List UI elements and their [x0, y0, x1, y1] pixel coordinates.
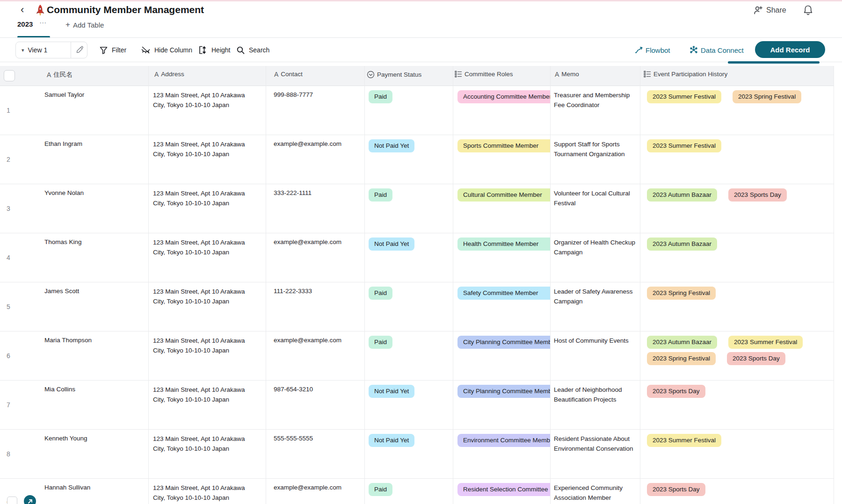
row-divider: [0, 429, 834, 430]
cell-name[interactable]: Hannah Sullivan: [44, 483, 143, 492]
cell-address[interactable]: 123 Main Street, Apt 10 Arakawa City, To…: [153, 287, 257, 306]
cell-payment-status[interactable]: Not Paid Yet: [369, 238, 414, 251]
cell-payment-status[interactable]: Paid: [369, 90, 392, 103]
row-divider: [0, 331, 834, 331]
column-header-text[interactable]: AMemo: [555, 71, 579, 78]
cell-payment-status[interactable]: Not Paid Yet: [369, 385, 414, 398]
cell-event-history[interactable]: 2023 Summer Festival2023 Spring Festival: [647, 90, 832, 103]
cell-payment-status[interactable]: Paid: [369, 483, 392, 496]
horizontal-scrollbar-thumb[interactable]: [728, 61, 820, 64]
grid-vertical-line: [148, 66, 149, 504]
column-header-text[interactable]: A住民名: [47, 71, 73, 79]
flowbot-button[interactable]: Flowbot: [635, 42, 670, 58]
cell-payment-status[interactable]: Paid: [369, 287, 392, 300]
cell-event-history[interactable]: 2023 Autumn Bazaar: [647, 238, 832, 251]
cell-committee-roles[interactable]: Health Committee Member: [457, 238, 550, 252]
data-connect-button[interactable]: Data Connect: [689, 42, 744, 58]
cell-address[interactable]: 123 Main Street, Apt 10 Arakawa City, To…: [153, 90, 257, 110]
cell-event-history[interactable]: 2023 Sports Day: [647, 385, 832, 398]
notifications-bell-icon[interactable]: [803, 5, 813, 16]
cell-name[interactable]: Thomas King: [44, 238, 143, 246]
cell-contact[interactable]: 555-555-5555: [274, 434, 313, 443]
cell-address[interactable]: 123 Main Street, Apt 10 Arakawa City, To…: [153, 188, 257, 208]
search-button[interactable]: Search: [236, 42, 269, 58]
row-height-button[interactable]: Height: [198, 42, 230, 58]
row-number: 6: [0, 331, 17, 380]
cell-committee-roles[interactable]: Safety Committee Member: [457, 287, 550, 302]
filter-button[interactable]: Filter: [99, 42, 126, 58]
cell-committee-roles[interactable]: City Planning Committee Member: [457, 385, 550, 400]
cell-address[interactable]: 123 Main Street, Apt 10 Arakawa City, To…: [153, 139, 257, 159]
cell-memo[interactable]: Volunteer for Local Cultural Festival: [554, 188, 636, 208]
event-tag: 2023 Spring Festival: [733, 90, 801, 103]
share-button[interactable]: Share: [753, 5, 786, 15]
cell-contact[interactable]: 333-222-1111: [274, 188, 312, 197]
cell-event-history[interactable]: 2023 Summer Festival: [647, 434, 832, 447]
tab-more-icon[interactable]: ⋯: [39, 19, 47, 27]
view-switcher[interactable]: ▾ View 1: [15, 42, 87, 58]
cell-contact[interactable]: example@example.com: [274, 238, 341, 246]
column-header-select[interactable]: Committee Roles: [455, 71, 513, 78]
cell-committee-roles[interactable]: Cultural Committee Member: [457, 188, 550, 203]
cell-committee-roles[interactable]: Sports Committee Member: [457, 139, 550, 154]
cell-name[interactable]: Yvonne Nolan: [44, 188, 143, 197]
cell-memo[interactable]: Support Staff for Sports Tournament Orga…: [554, 139, 636, 159]
cell-memo[interactable]: Leader of Safety Awareness Campaign: [554, 287, 636, 306]
column-header-text[interactable]: AContact: [274, 71, 303, 78]
cell-address[interactable]: 123 Main Street, Apt 10 Arakawa City, To…: [153, 238, 257, 257]
cell-committee-roles[interactable]: Environment Committee Member: [457, 434, 550, 449]
expand-record-button[interactable]: [24, 495, 36, 504]
cell-event-history[interactable]: 2023 Autumn Bazaar2023 Summer Festival20…: [647, 336, 832, 365]
cell-memo[interactable]: Experienced Community Association Member: [554, 483, 636, 503]
cell-payment-status[interactable]: Paid: [369, 336, 392, 349]
tab-2023[interactable]: 2023: [17, 20, 33, 28]
cell-memo[interactable]: Organizer of Health Checkup Campaign: [554, 238, 636, 257]
cell-name[interactable]: Ethan Ingram: [44, 139, 143, 148]
cell-address[interactable]: 123 Main Street, Apt 10 Arakawa City, To…: [153, 434, 257, 454]
cell-payment-status[interactable]: Not Paid Yet: [369, 434, 414, 447]
cell-name[interactable]: Samuel Taylor: [44, 90, 143, 99]
hide-column-button[interactable]: Hide Column: [141, 42, 192, 58]
cell-memo[interactable]: Leader of Neighborhood Beautification Pr…: [554, 385, 636, 404]
cell-contact[interactable]: 987-654-3210: [274, 385, 313, 394]
back-button[interactable]: ‹: [21, 5, 24, 15]
cell-memo[interactable]: Host of Community Events: [554, 336, 636, 346]
column-header-select[interactable]: Payment Status: [367, 71, 421, 79]
cell-committee-roles[interactable]: Resident Selection Committee: [457, 483, 550, 498]
cell-address[interactable]: 123 Main Street, Apt 10 Arakawa City, To…: [153, 385, 257, 404]
cell-committee-roles[interactable]: City Planning Committee Member: [457, 336, 550, 351]
committee-role-tag: City Planning Committee Member: [457, 385, 550, 398]
cell-contact[interactable]: 999-888-7777: [274, 90, 313, 99]
cell-event-history[interactable]: 2023 Sports Day: [647, 483, 832, 496]
column-header-select[interactable]: Event Participation History: [644, 71, 727, 78]
cell-committee-roles[interactable]: Accounting Committee Member: [457, 90, 550, 105]
column-header-text[interactable]: AAddress: [154, 71, 184, 78]
cell-name[interactable]: Kenneth Young: [44, 434, 143, 443]
cell-event-history[interactable]: 2023 Summer Festival: [647, 139, 832, 152]
cell-memo[interactable]: Treasurer and Membership Fee Coordinator: [554, 90, 636, 110]
event-tag: 2023 Autumn Bazaar: [647, 238, 717, 251]
add-table-button[interactable]: + Add Table: [65, 20, 104, 29]
edit-view-pencil-icon[interactable]: [75, 45, 84, 54]
cell-name[interactable]: Maria Thompson: [44, 336, 143, 345]
row-divider: [0, 135, 834, 135]
row-checkbox[interactable]: [7, 497, 17, 504]
cell-contact[interactable]: example@example.com: [274, 336, 341, 345]
add-record-button[interactable]: Add Record: [755, 41, 825, 58]
cell-contact[interactable]: example@example.com: [274, 139, 341, 148]
cell-contact[interactable]: example@example.com: [274, 483, 341, 492]
cell-event-history[interactable]: 2023 Spring Festival: [647, 287, 832, 300]
grid-vertical-line: [453, 66, 453, 504]
cell-payment-status[interactable]: Paid: [369, 188, 392, 202]
cell-payment-status[interactable]: Not Paid Yet: [369, 139, 414, 152]
cell-contact[interactable]: 111-222-3333: [274, 287, 312, 295]
cell-name[interactable]: James Scott: [44, 287, 143, 295]
cell-address[interactable]: 123 Main Street, Apt 10 Arakawa City, To…: [153, 336, 257, 355]
cell-memo[interactable]: Resident Passionate About Environmental …: [554, 434, 636, 454]
column-header-label: Committee Roles: [465, 71, 513, 78]
select-all-checkbox[interactable]: [4, 70, 15, 81]
cell-address[interactable]: 123 Main Street, Apt 10 Arakawa City, To…: [153, 483, 257, 503]
cell-event-history[interactable]: 2023 Autumn Bazaar2023 Sports Day: [647, 188, 832, 202]
row-divider: [0, 282, 834, 282]
cell-name[interactable]: Mia Collins: [44, 385, 143, 394]
